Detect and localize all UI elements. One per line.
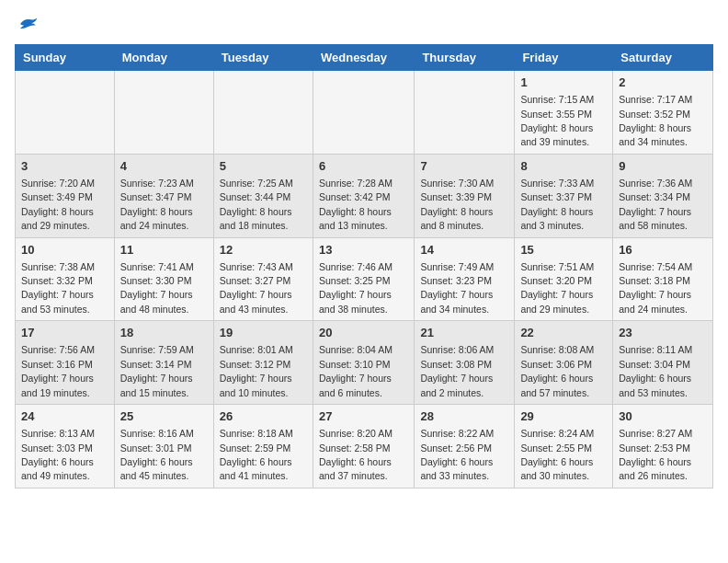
- weekday-header-sunday: Sunday: [16, 45, 115, 71]
- day-info: Sunrise: 8:20 AMSunset: 2:58 PMDaylight:…: [319, 428, 392, 481]
- day-number: 17: [21, 325, 108, 341]
- day-info: Sunrise: 7:46 AMSunset: 3:25 PMDaylight:…: [319, 261, 392, 315]
- day-number: 8: [520, 158, 607, 175]
- day-number: 25: [120, 408, 208, 425]
- day-info: Sunrise: 8:04 AMSunset: 3:10 PMDaylight:…: [319, 344, 392, 397]
- calendar-cell: 10Sunrise: 7:38 AMSunset: 3:32 PMDayligh…: [16, 237, 115, 321]
- day-info: Sunrise: 8:22 AMSunset: 2:56 PMDaylight:…: [420, 428, 494, 481]
- day-info: Sunrise: 8:01 AMSunset: 3:12 PMDaylight:…: [220, 344, 293, 397]
- day-info: Sunrise: 7:49 AMSunset: 3:23 PMDaylight:…: [420, 261, 494, 315]
- day-info: Sunrise: 7:28 AMSunset: 3:42 PMDaylight:…: [319, 178, 392, 231]
- calendar-header-row: SundayMondayTuesdayWednesdayThursdayFrid…: [16, 45, 713, 71]
- day-number: 23: [619, 325, 707, 341]
- day-number: 14: [420, 242, 508, 259]
- day-info: Sunrise: 7:56 AMSunset: 3:16 PMDaylight:…: [21, 344, 95, 397]
- calendar-cell: 27Sunrise: 8:20 AMSunset: 2:58 PMDayligh…: [313, 405, 414, 488]
- calendar-cell: 22Sunrise: 8:08 AMSunset: 3:06 PMDayligh…: [515, 321, 613, 405]
- logo: [15, 15, 39, 33]
- day-info: Sunrise: 8:24 AMSunset: 2:55 PMDaylight:…: [520, 428, 594, 481]
- day-number: 4: [120, 158, 208, 175]
- calendar-cell: 3Sunrise: 7:20 AMSunset: 3:49 PMDaylight…: [16, 154, 115, 237]
- day-number: 13: [319, 242, 408, 259]
- day-number: 2: [619, 75, 707, 91]
- day-number: 12: [220, 242, 307, 259]
- day-number: 16: [619, 242, 707, 259]
- day-number: 26: [220, 408, 307, 425]
- calendar-cell: 14Sunrise: 7:49 AMSunset: 3:23 PMDayligh…: [415, 237, 515, 321]
- day-info: Sunrise: 8:18 AMSunset: 2:59 PMDaylight:…: [220, 428, 293, 481]
- day-info: Sunrise: 7:54 AMSunset: 3:18 PMDaylight:…: [619, 261, 692, 315]
- day-number: 19: [220, 325, 307, 341]
- day-number: 30: [619, 408, 707, 425]
- calendar-cell: 13Sunrise: 7:46 AMSunset: 3:25 PMDayligh…: [313, 237, 414, 321]
- calendar-cell: [415, 71, 515, 155]
- day-info: Sunrise: 7:51 AMSunset: 3:20 PMDaylight:…: [520, 261, 594, 315]
- calendar-cell: 19Sunrise: 8:01 AMSunset: 3:12 PMDayligh…: [213, 321, 313, 405]
- calendar-cell: [313, 71, 414, 155]
- day-info: Sunrise: 7:23 AMSunset: 3:47 PMDaylight:…: [120, 178, 194, 231]
- calendar-cell: 23Sunrise: 8:11 AMSunset: 3:04 PMDayligh…: [613, 321, 713, 405]
- day-info: Sunrise: 8:08 AMSunset: 3:06 PMDaylight:…: [520, 344, 594, 397]
- day-info: Sunrise: 7:43 AMSunset: 3:27 PMDaylight:…: [220, 261, 293, 315]
- calendar-cell: 20Sunrise: 8:04 AMSunset: 3:10 PMDayligh…: [313, 321, 414, 405]
- day-number: 24: [21, 408, 108, 425]
- calendar-week-1: 1Sunrise: 7:15 AMSunset: 3:55 PMDaylight…: [16, 71, 713, 155]
- day-info: Sunrise: 8:27 AMSunset: 2:53 PMDaylight:…: [619, 428, 692, 481]
- day-info: Sunrise: 7:20 AMSunset: 3:49 PMDaylight:…: [21, 178, 95, 231]
- day-number: 22: [520, 325, 607, 341]
- calendar-week-5: 24Sunrise: 8:13 AMSunset: 3:03 PMDayligh…: [16, 405, 713, 488]
- day-info: Sunrise: 7:59 AMSunset: 3:14 PMDaylight:…: [120, 344, 194, 397]
- calendar-cell: 9Sunrise: 7:36 AMSunset: 3:34 PMDaylight…: [613, 154, 713, 237]
- calendar-cell: 15Sunrise: 7:51 AMSunset: 3:20 PMDayligh…: [515, 237, 613, 321]
- calendar-week-2: 3Sunrise: 7:20 AMSunset: 3:49 PMDaylight…: [16, 154, 713, 237]
- day-number: 29: [520, 408, 607, 425]
- calendar-cell: 11Sunrise: 7:41 AMSunset: 3:30 PMDayligh…: [114, 237, 213, 321]
- day-info: Sunrise: 8:06 AMSunset: 3:08 PMDaylight:…: [420, 344, 494, 397]
- calendar-week-3: 10Sunrise: 7:38 AMSunset: 3:32 PMDayligh…: [16, 237, 713, 321]
- calendar-cell: 1Sunrise: 7:15 AMSunset: 3:55 PMDaylight…: [515, 71, 613, 155]
- calendar-cell: 2Sunrise: 7:17 AMSunset: 3:52 PMDaylight…: [613, 71, 713, 155]
- day-number: 7: [420, 158, 508, 175]
- calendar-cell: 30Sunrise: 8:27 AMSunset: 2:53 PMDayligh…: [613, 405, 713, 488]
- day-number: 11: [120, 242, 208, 259]
- day-info: Sunrise: 7:33 AMSunset: 3:37 PMDaylight:…: [520, 178, 594, 231]
- day-number: 27: [319, 408, 408, 425]
- weekday-header-monday: Monday: [114, 45, 213, 71]
- calendar-cell: [213, 71, 313, 155]
- calendar-cell: 4Sunrise: 7:23 AMSunset: 3:47 PMDaylight…: [114, 154, 213, 237]
- day-number: 18: [120, 325, 208, 341]
- weekday-header-saturday: Saturday: [613, 45, 713, 71]
- day-info: Sunrise: 7:15 AMSunset: 3:55 PMDaylight:…: [520, 94, 594, 147]
- day-info: Sunrise: 7:41 AMSunset: 3:30 PMDaylight:…: [120, 261, 194, 315]
- day-number: 21: [420, 325, 508, 341]
- day-info: Sunrise: 7:17 AMSunset: 3:52 PMDaylight:…: [619, 94, 692, 147]
- calendar-cell: 25Sunrise: 8:16 AMSunset: 3:01 PMDayligh…: [114, 405, 213, 488]
- day-number: 5: [220, 158, 307, 175]
- calendar-cell: 8Sunrise: 7:33 AMSunset: 3:37 PMDaylight…: [515, 154, 613, 237]
- weekday-header-friday: Friday: [515, 45, 613, 71]
- calendar-week-4: 17Sunrise: 7:56 AMSunset: 3:16 PMDayligh…: [16, 321, 713, 405]
- logo-bird-icon: [17, 15, 39, 33]
- calendar-cell: 29Sunrise: 8:24 AMSunset: 2:55 PMDayligh…: [515, 405, 613, 488]
- day-number: 1: [520, 75, 607, 91]
- calendar-cell: 18Sunrise: 7:59 AMSunset: 3:14 PMDayligh…: [114, 321, 213, 405]
- calendar-cell: 21Sunrise: 8:06 AMSunset: 3:08 PMDayligh…: [415, 321, 515, 405]
- calendar-cell: 24Sunrise: 8:13 AMSunset: 3:03 PMDayligh…: [16, 405, 115, 488]
- calendar-cell: 5Sunrise: 7:25 AMSunset: 3:44 PMDaylight…: [213, 154, 313, 237]
- day-number: 3: [21, 158, 108, 175]
- weekday-header-thursday: Thursday: [415, 45, 515, 71]
- weekday-header-tuesday: Tuesday: [213, 45, 313, 71]
- day-number: 6: [319, 158, 408, 175]
- calendar-cell: 7Sunrise: 7:30 AMSunset: 3:39 PMDaylight…: [415, 154, 515, 237]
- calendar-cell: 28Sunrise: 8:22 AMSunset: 2:56 PMDayligh…: [415, 405, 515, 488]
- day-number: 10: [21, 242, 108, 259]
- day-info: Sunrise: 7:38 AMSunset: 3:32 PMDaylight:…: [21, 261, 95, 315]
- page-header: [15, 15, 713, 33]
- day-number: 28: [420, 408, 508, 425]
- calendar-cell: 6Sunrise: 7:28 AMSunset: 3:42 PMDaylight…: [313, 154, 414, 237]
- day-info: Sunrise: 7:25 AMSunset: 3:44 PMDaylight:…: [220, 178, 293, 231]
- calendar-cell: [114, 71, 213, 155]
- day-number: 15: [520, 242, 607, 259]
- calendar-cell: 16Sunrise: 7:54 AMSunset: 3:18 PMDayligh…: [613, 237, 713, 321]
- calendar-table: SundayMondayTuesdayWednesdayThursdayFrid…: [15, 44, 713, 488]
